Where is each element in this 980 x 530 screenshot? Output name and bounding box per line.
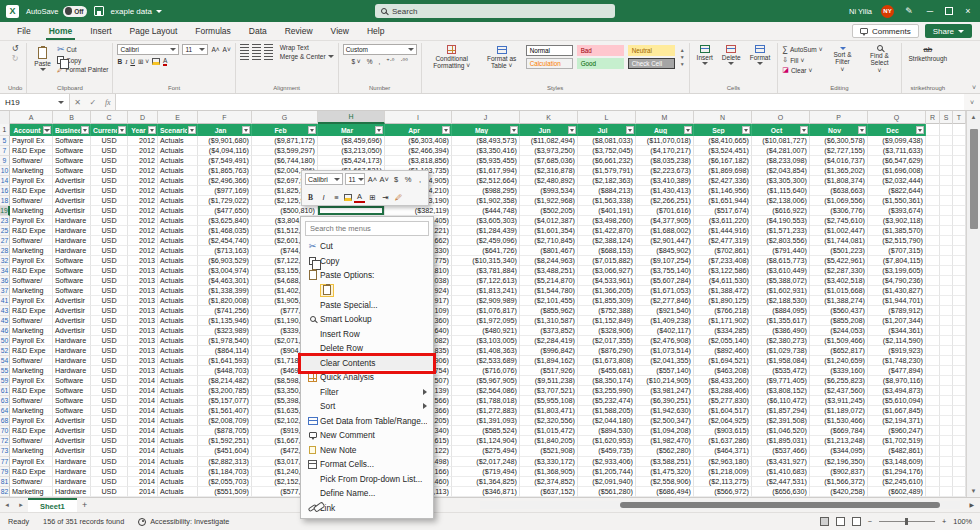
cell[interactable]: ($4,463,301) [198, 276, 252, 286]
cell[interactable]: ($2,380,273) [752, 336, 810, 346]
scroll-down-icon[interactable]: ▼ [971, 485, 977, 497]
cell[interactable]: ($4,016,737) [810, 156, 868, 166]
table-header-businees[interactable]: Businees [53, 124, 91, 136]
cell[interactable]: ($5,935,455) [452, 156, 520, 166]
cell[interactable]: ($4,281,007) [752, 146, 810, 156]
select-all-corner[interactable] [0, 111, 10, 124]
row-number-61[interactable]: 61 [0, 386, 10, 396]
column-header-P[interactable]: P [810, 111, 868, 124]
cell[interactable]: ($884,095) [752, 306, 810, 316]
row-number-64[interactable]: 64 [0, 406, 10, 416]
cell[interactable]: ($1,855,309) [578, 296, 636, 306]
menu-item-new-comment[interactable]: New Comment [301, 428, 433, 443]
cell[interactable]: ($3,402,518) [810, 276, 868, 286]
cell[interactable]: ($521,908) [520, 446, 578, 456]
style-normal[interactable]: Normal [526, 45, 573, 56]
cell[interactable]: ($2,477,319) [694, 236, 752, 246]
cell[interactable]: ($2,008,709) [198, 416, 252, 426]
cell[interactable]: ($919,923) [868, 346, 926, 356]
empty-cell[interactable] [926, 386, 940, 396]
cell[interactable]: Advertisir [53, 436, 91, 446]
formula-input[interactable] [116, 94, 964, 110]
cell[interactable]: Actuals [158, 306, 198, 316]
cell[interactable]: ($2,727,155) [810, 146, 868, 156]
cell[interactable]: Payroll Ex [10, 136, 53, 146]
cell[interactable]: Marketing [10, 286, 53, 296]
cell[interactable]: 2014 [128, 436, 158, 446]
empty-cell[interactable] [926, 356, 940, 366]
empty-cell[interactable] [953, 426, 966, 436]
empty-cell[interactable] [940, 286, 953, 296]
gallery-up-icon[interactable]: ▲ [680, 47, 685, 53]
cell[interactable]: USD [91, 246, 128, 256]
cell[interactable]: Software [53, 166, 91, 176]
cell[interactable]: ($1,579,791) [578, 166, 636, 176]
cell[interactable]: ($2,454,740) [198, 236, 252, 246]
cell[interactable]: ($275,494) [452, 446, 520, 456]
prev-sheet-icon[interactable]: ◂ [0, 498, 14, 512]
cell[interactable]: Software [53, 376, 91, 386]
cell[interactable]: USD [91, 166, 128, 176]
cell[interactable]: ($3,707,521) [520, 386, 578, 396]
cell[interactable]: ($845,902) [636, 246, 694, 256]
mini-italic-button[interactable]: I [318, 191, 329, 203]
empty-cell[interactable] [926, 196, 940, 206]
cell[interactable]: USD [91, 386, 128, 396]
table-header-oct[interactable]: Oct [752, 124, 810, 136]
cell[interactable]: ($3,288,406) [694, 386, 752, 396]
cell[interactable]: ($2,512,664) [452, 176, 520, 186]
cell[interactable]: Software [53, 406, 91, 416]
cell[interactable]: ($393,674) [868, 206, 926, 216]
cell[interactable]: 2014 [128, 487, 158, 497]
cell[interactable]: ($1,205,744) [578, 467, 636, 477]
cell[interactable]: Advertisir [53, 176, 91, 186]
cell[interactable]: ($2,194,371) [868, 416, 926, 426]
empty-cell[interactable] [953, 467, 966, 477]
sort-filter-button[interactable]: Sort & Filter ˅ [826, 46, 860, 74]
cell[interactable]: ($1,368,905) [520, 467, 578, 477]
mini-font-color-icon[interactable]: A [354, 191, 365, 203]
cell[interactable]: Software [53, 136, 91, 146]
cell[interactable]: ($2,963,180) [694, 457, 752, 467]
cell[interactable]: ($2,064,925) [694, 416, 752, 426]
cell[interactable]: ($3,066,927) [578, 266, 636, 276]
cell[interactable]: USD [91, 146, 128, 156]
column-header-L[interactable]: L [578, 111, 636, 124]
column-header-G[interactable]: G [252, 111, 318, 124]
empty-cell[interactable] [940, 206, 953, 216]
row-number-36[interactable]: 36 [0, 276, 10, 286]
cell[interactable]: ($1,284,439) [452, 226, 520, 236]
cell[interactable]: ($6,547,629) [868, 156, 926, 166]
close-button[interactable]: × [962, 6, 974, 16]
cell[interactable]: Actuals [158, 386, 198, 396]
cell[interactable]: ($1,673,808) [578, 356, 636, 366]
cell[interactable]: ($420,258) [810, 487, 868, 497]
empty-cell[interactable] [953, 396, 966, 406]
cell[interactable]: ($1,207,344) [868, 316, 926, 326]
cell[interactable]: ($1,667,845) [868, 406, 926, 416]
menu-item-filter[interactable]: Filter [301, 385, 433, 400]
cell[interactable]: ($2,500,347) [636, 416, 694, 426]
row-number-81[interactable]: 81 [0, 477, 10, 487]
cell[interactable]: USD [91, 366, 128, 376]
column-header-I[interactable]: I [385, 111, 452, 124]
align-right-icon[interactable] [264, 53, 273, 60]
cell[interactable]: ($11,070,018) [636, 136, 694, 146]
gallery-down-icon[interactable]: ▼ [680, 54, 685, 60]
cell[interactable]: ($500,810) [252, 206, 318, 216]
cell[interactable]: USD [91, 467, 128, 477]
cell[interactable]: ($2,564,086) [452, 386, 520, 396]
cell[interactable]: Advertisir [53, 306, 91, 316]
cell[interactable]: ($1,475,320) [636, 467, 694, 477]
cell[interactable]: Actuals [158, 256, 198, 266]
cell[interactable]: ($6,303,408) [385, 136, 452, 146]
cell[interactable]: USD [91, 196, 128, 206]
cell[interactable]: ($876,290) [578, 346, 636, 356]
cell[interactable]: ($3,148,609) [868, 457, 926, 467]
cell[interactable]: ($463,208) [694, 366, 752, 376]
conditional-formatting-button[interactable]: Conditional Formatting ˅ [426, 44, 478, 70]
cell[interactable]: Actuals [158, 236, 198, 246]
cell[interactable]: USD [91, 306, 128, 316]
menu-item-delete-row[interactable]: Delete Row [301, 341, 433, 356]
cell[interactable]: ($8,350,174) [578, 376, 636, 386]
